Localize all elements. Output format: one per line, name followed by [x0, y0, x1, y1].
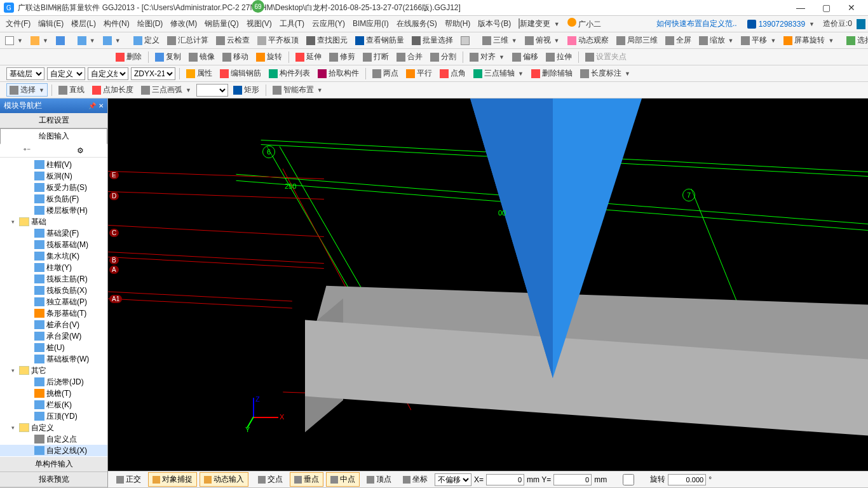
tree-node[interactable]: 自定义线(X)	[0, 445, 107, 456]
tree-node[interactable]: 楼层板带(H)	[0, 205, 107, 216]
notification-badge[interactable]: 69	[252, 0, 264, 13]
ortho-toggle[interactable]: 正交	[112, 472, 146, 487]
ortho-button[interactable]: 俯视▼	[522, 34, 562, 46]
tree-node[interactable]: ▾基础	[0, 216, 107, 227]
tree-node[interactable]: 压顶(YD)	[0, 410, 107, 422]
view-rebar-button[interactable]: 查看钢筋量	[353, 34, 407, 46]
menu-bim[interactable]: BIM应用(I)	[349, 17, 392, 30]
3d-viewport[interactable]: 6 7 E D C B A A1 250 00 Z X Y	[108, 98, 868, 471]
tree-node[interactable]: 自定义点	[0, 433, 107, 445]
menu-draw[interactable]: 绘图(D)	[134, 17, 166, 30]
tree-node[interactable]: 桩承台(V)	[0, 319, 107, 330]
offset-button[interactable]: 偏移	[510, 51, 541, 63]
tree-node[interactable]: 后浇带(JD)	[0, 376, 107, 388]
menu-modify[interactable]: 修改(M)	[167, 17, 200, 30]
menu-version[interactable]: 版本号(B)	[475, 17, 514, 30]
tree-node[interactable]: 板洞(N)	[0, 170, 107, 182]
fullscreen-button[interactable]: 全屏	[663, 34, 694, 46]
tab-draw-input[interactable]: 绘图输入	[0, 128, 107, 144]
tree-node[interactable]: 柱帽(V)	[0, 159, 107, 170]
set-grips-button[interactable]: 设置夹点	[583, 51, 629, 63]
mid-toggle[interactable]: 中点	[326, 472, 360, 487]
edit-rebar-button[interactable]: 编辑钢筋	[217, 67, 264, 79]
trim-button[interactable]: 修剪	[327, 51, 358, 63]
define-button[interactable]: 定义	[131, 34, 162, 46]
quick-link[interactable]: 如何快速布置自定义范..	[651, 18, 742, 29]
code-select[interactable]: ZDYX-21	[131, 67, 175, 80]
tree-expand-button[interactable]: ⁺⁻	[0, 144, 54, 157]
maximize-button[interactable]: ▢	[813, 1, 839, 15]
arc-button[interactable]: 三点画弧▼	[139, 84, 194, 96]
undo-button[interactable]: ▼	[75, 36, 98, 46]
tree-config-button[interactable]: ⚙	[54, 144, 108, 157]
smart-button[interactable]: 智能布置▼	[270, 84, 325, 96]
rotate-button[interactable]: 旋转	[254, 51, 285, 63]
tree-node[interactable]: ▾其它	[0, 365, 107, 376]
user-button[interactable]: 广小二	[564, 17, 604, 31]
component-list-button[interactable]: 构件列表	[266, 67, 313, 79]
offset-select[interactable]: 不偏移	[435, 473, 471, 486]
cross-toggle[interactable]: 交点	[254, 472, 287, 487]
customline-select[interactable]: 自定义线	[88, 67, 128, 80]
local3d-button[interactable]: 局部三维	[614, 34, 660, 46]
menu-edit[interactable]: 编辑(E)	[35, 17, 67, 30]
layer-select[interactable]: 基础层	[6, 67, 44, 80]
tree-node[interactable]: 承台梁(W)	[0, 330, 107, 342]
align-button[interactable]: 对齐▼	[467, 51, 507, 63]
mirror-button[interactable]: 镜像	[186, 51, 217, 63]
tree-node[interactable]: 筏板基础(M)	[0, 239, 107, 250]
screen-rotate-button[interactable]: 屏幕旋转▼	[781, 34, 836, 46]
pick-button[interactable]: 拾取构件	[315, 67, 362, 79]
menu-tools[interactable]: 工具(T)	[276, 17, 308, 30]
rotate-input[interactable]	[668, 474, 706, 485]
perp-toggle[interactable]: 垂点	[290, 472, 323, 487]
split-button[interactable]: 分割	[428, 51, 459, 63]
menu-rebar[interactable]: 钢筋量(Q)	[201, 17, 241, 30]
properties-button[interactable]: 属性	[184, 67, 215, 79]
custom-select[interactable]: 自定义	[47, 67, 85, 80]
point-length-button[interactable]: 点加长度	[90, 84, 136, 96]
tree-node[interactable]: 栏板(K)	[0, 399, 107, 410]
minimize-button[interactable]: ―	[788, 1, 813, 15]
tree-node[interactable]: 基础板带(W)	[0, 353, 107, 365]
point-angle-button[interactable]: 点角	[437, 67, 468, 79]
extend-button[interactable]: 延伸	[293, 51, 324, 63]
break-button[interactable]: 打断	[360, 51, 391, 63]
cloud-check-button[interactable]: 云检查	[214, 34, 252, 46]
line-button[interactable]: 直线	[56, 84, 87, 96]
flat-button[interactable]: 平齐板顶	[255, 34, 301, 46]
tree-node[interactable]: 挑檐(T)	[0, 388, 107, 399]
rect-button[interactable]: 矩形	[231, 84, 262, 96]
menu-file[interactable]: 文件(F)	[3, 17, 34, 30]
menu-view[interactable]: 视图(V)	[243, 17, 275, 30]
account-link[interactable]: 13907298339▼	[743, 20, 818, 29]
vertex-toggle[interactable]: 顶点	[362, 472, 396, 487]
merge-button[interactable]: 合并	[394, 51, 425, 63]
component-tree[interactable]: 柱帽(V)板洞(N)板受力筋(S)板负筋(F)楼层板带(H)▾基础基础梁(F)筏…	[0, 158, 107, 457]
select-floor-button[interactable]: 选择楼层	[844, 34, 868, 46]
tree-node[interactable]: 筏板主筋(R)	[0, 273, 107, 285]
menu-component[interactable]: 构件(N)	[100, 17, 133, 30]
twopoint-button[interactable]: 两点	[370, 67, 401, 79]
new-button[interactable]: ▼	[3, 36, 25, 46]
y-input[interactable]	[553, 474, 592, 485]
coord-toggle[interactable]: 坐标	[398, 472, 432, 487]
move-button[interactable]: 移动	[220, 51, 251, 63]
open-button[interactable]: ▼	[28, 36, 51, 46]
sum-button[interactable]: 汇总计算	[165, 34, 211, 46]
tree-node[interactable]: 板负筋(F)	[0, 193, 107, 205]
tree-node[interactable]: 筏板负筋(X)	[0, 285, 107, 296]
tree-node[interactable]: 条形基础(T)	[0, 308, 107, 319]
tool-x-button[interactable]	[458, 36, 472, 46]
tree-node[interactable]: 独立基础(P)	[0, 296, 107, 308]
tab-single-input[interactable]: 单构件输入	[0, 457, 107, 472]
pin-icon[interactable]: 📌	[88, 102, 96, 109]
aux3-button[interactable]: 三点辅轴▼	[471, 67, 526, 79]
empty-select[interactable]	[196, 84, 228, 97]
menu-help[interactable]: 帮助(H)	[442, 17, 474, 30]
tree-node[interactable]: 基础梁(F)	[0, 227, 107, 239]
pan-button[interactable]: 平移▼	[738, 34, 778, 46]
select-button[interactable]: 选择▼	[6, 83, 48, 97]
tree-node[interactable]: 桩(U)	[0, 342, 107, 353]
menu-cloud[interactable]: 云应用(Y)	[309, 17, 348, 30]
